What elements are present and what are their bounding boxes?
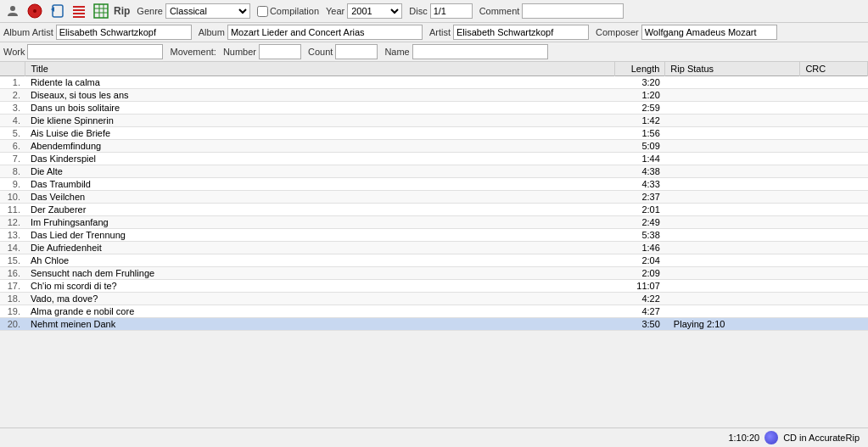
toolbar-icons: Rip — [3, 2, 130, 20]
track-rip-status — [665, 89, 800, 102]
track-num: 4. — [0, 115, 25, 127]
number-label: Number — [223, 47, 256, 57]
form-row3: Work Movement: Number Count Name — [0, 42, 868, 62]
year-select[interactable]: 2001 — [347, 3, 402, 19]
artist-input[interactable] — [453, 25, 589, 40]
track-crc — [800, 242, 868, 254]
table-row[interactable]: 19. Alma grande e nobil core 4:27 — [0, 305, 868, 318]
disc-input[interactable] — [430, 3, 473, 19]
track-rip-status — [665, 305, 800, 318]
album-artist-input[interactable] — [56, 25, 192, 40]
track-title: Das Traumbild — [25, 178, 614, 191]
composer-input[interactable] — [641, 25, 777, 40]
count-group: Count — [308, 44, 378, 59]
track-rip-status — [665, 280, 800, 293]
number-input[interactable] — [259, 44, 301, 59]
album-artist-group: Album Artist — [3, 25, 192, 40]
track-crc — [800, 204, 868, 216]
table-row[interactable]: 14. Die Aufriedenheit 1:46 — [0, 242, 868, 254]
col-rip: Rip Status — [665, 62, 800, 76]
work-group: Work — [3, 44, 163, 59]
table-row[interactable]: 20. Nehmt meinen Dank 3:50 Playing 2:10 — [0, 318, 868, 331]
list-icon[interactable] — [70, 2, 88, 20]
track-crc — [800, 267, 868, 280]
genre-group: Genre Classical — [137, 3, 250, 19]
rip-label: Rip — [114, 5, 130, 17]
track-crc — [800, 293, 868, 305]
track-length: 2:59 — [614, 102, 665, 115]
number-group: Number — [223, 44, 301, 59]
table-row[interactable]: 13. Das Lied der Trennung 5:38 — [0, 229, 868, 242]
track-title: Das Veilchen — [25, 191, 614, 204]
track-rip-status — [665, 229, 800, 242]
track-num: 16. — [0, 267, 25, 280]
track-length: 3:20 — [614, 76, 665, 89]
track-crc — [800, 191, 868, 204]
work-input[interactable] — [27, 44, 163, 59]
disc-icon[interactable] — [25, 2, 44, 20]
track-length: 11:07 — [614, 280, 665, 293]
track-crc — [800, 102, 868, 115]
table-row[interactable]: 18. Vado, ma dove? 4:22 — [0, 293, 868, 305]
track-crc — [800, 305, 868, 318]
track-table-container: Title Length Rip Status CRC 1. Ridente l… — [0, 62, 868, 399]
table-row[interactable]: 5. Ais Luise die Briefe 1:56 — [0, 127, 868, 140]
artist-group: Artist — [429, 25, 589, 40]
album-input[interactable] — [227, 25, 423, 40]
table-row[interactable]: 10. Das Veilchen 2:37 — [0, 191, 868, 204]
table-row[interactable]: 12. Im Fruhingsanfang 2:49 — [0, 216, 868, 229]
composer-group: Composer — [596, 25, 777, 40]
table-row[interactable]: 8. Die Alte 4:38 — [0, 165, 868, 178]
track-crc — [800, 280, 868, 293]
track-length: 1:44 — [614, 153, 665, 165]
svg-rect-7 — [94, 4, 108, 18]
track-title: Vado, ma dove? — [25, 293, 614, 305]
col-num — [0, 62, 25, 76]
table-icon[interactable] — [92, 2, 110, 20]
table-row[interactable]: 7. Das Kinderspiel 1:44 — [0, 153, 868, 165]
table-row[interactable]: 17. Ch'io mi scordi di te? 11:07 — [0, 280, 868, 293]
table-row[interactable]: 3. Dans un bois solitaire 2:59 — [0, 102, 868, 115]
artist-label: Artist — [429, 27, 451, 37]
comment-input[interactable] — [522, 3, 624, 19]
track-crc — [800, 76, 868, 89]
table-row[interactable]: 15. Ah Chloe 2:04 — [0, 254, 868, 267]
table-row[interactable]: 1. Ridente la calma 3:20 — [0, 76, 868, 89]
track-num: 20. — [0, 318, 25, 331]
table-row[interactable]: 4. Die kliene Spinnerin 1:42 — [0, 115, 868, 127]
compilation-checkbox[interactable] — [257, 6, 268, 17]
table-row[interactable]: 11. Der Zauberer 2:01 — [0, 204, 868, 216]
track-rip-status — [665, 102, 800, 115]
track-crc — [800, 140, 868, 153]
toolbar: Rip Genre Classical Compilation Year 200… — [0, 0, 868, 23]
track-crc — [800, 89, 868, 102]
track-length: 2:01 — [614, 204, 665, 216]
track-num: 1. — [0, 76, 25, 89]
track-length: 4:33 — [614, 178, 665, 191]
person-icon[interactable] — [3, 2, 22, 20]
track-crc — [800, 115, 868, 127]
track-rip-status — [665, 165, 800, 178]
track-num: 13. — [0, 229, 25, 242]
track-crc — [800, 127, 868, 140]
track-length: 2:04 — [614, 254, 665, 267]
track-crc — [800, 229, 868, 242]
disc-group: Disc — [409, 3, 472, 19]
undo-icon[interactable] — [48, 2, 66, 20]
table-row[interactable]: 6. Abendemfindung 5:09 — [0, 140, 868, 153]
track-length: 1:46 — [614, 242, 665, 254]
track-rip-status — [665, 216, 800, 229]
count-input[interactable] — [335, 44, 378, 59]
track-title: Alma grande e nobil core — [25, 305, 614, 318]
svg-rect-6 — [73, 16, 85, 18]
track-num: 2. — [0, 89, 25, 102]
track-crc — [800, 216, 868, 229]
track-num: 11. — [0, 204, 25, 216]
track-rip-status — [665, 254, 800, 267]
track-title: Das Lied der Trennung — [25, 229, 614, 242]
genre-select[interactable]: Classical — [165, 3, 250, 19]
table-row[interactable]: 9. Das Traumbild 4:33 — [0, 178, 868, 191]
table-row[interactable]: 16. Sensucht nach dem Fruhlinge 2:09 — [0, 267, 868, 280]
name-input[interactable] — [412, 44, 548, 59]
table-row[interactable]: 2. Diseaux, si tous les ans 1:20 — [0, 89, 868, 102]
